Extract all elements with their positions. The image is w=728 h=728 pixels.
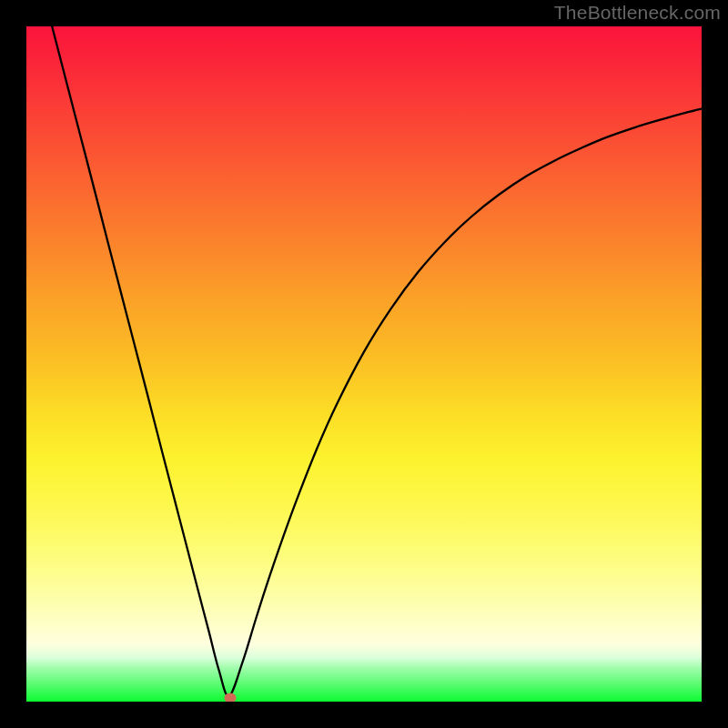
- origin-point-marker: [225, 693, 237, 702]
- plot-area: [26, 26, 702, 702]
- chart-frame: TheBottleneck.com: [0, 0, 728, 728]
- watermark-text: TheBottleneck.com: [554, 2, 721, 24]
- bottleneck-curve: [52, 26, 702, 696]
- curve-layer: [26, 26, 702, 702]
